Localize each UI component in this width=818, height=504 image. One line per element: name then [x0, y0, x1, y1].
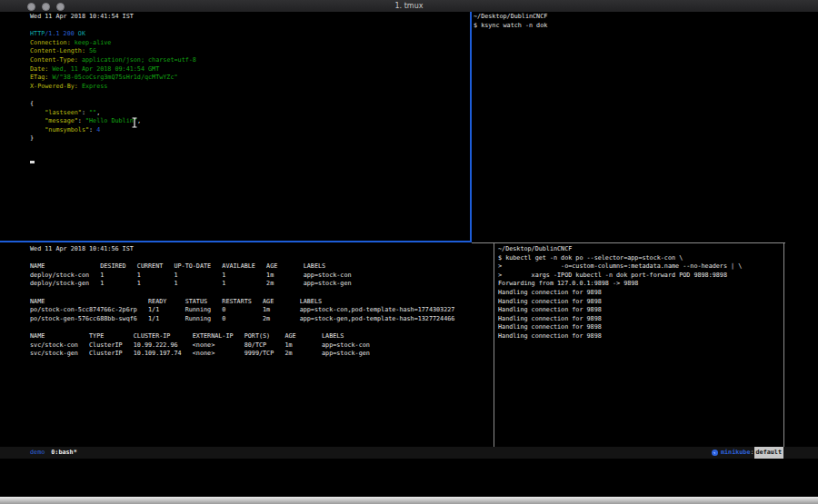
text-segment: ETag:	[30, 74, 48, 81]
text-segment: Content-Type:	[30, 56, 78, 64]
text-segment: Date:	[30, 65, 48, 73]
pane-port-forward[interactable]: ~/Desktop/DublinCNCF$ kubectl get -n dok…	[498, 245, 780, 445]
kube-context: minikube	[721, 447, 751, 459]
text-segment: }	[30, 134, 34, 142]
terminal-line: {	[30, 100, 466, 109]
text-segment: deploy/stock-gen 1 1 1 1 2m app=stock-ge…	[30, 280, 352, 287]
terminal-line	[30, 153, 466, 162]
text-segment: keep-alive	[71, 39, 112, 46]
terminal-line	[30, 143, 466, 153]
text-segment: ~/Desktop/DublinCNCF	[498, 245, 572, 252]
text-segment: Wed 11 Apr 2018 10:41:56 IST	[30, 245, 134, 252]
terminal-line: Wed 11 Apr 2018 10:41:54 IST	[30, 13, 466, 22]
text-segment: :	[78, 117, 85, 124]
text-segment: {	[30, 100, 34, 107]
block-cursor	[30, 161, 35, 163]
text-segment: OK	[75, 30, 85, 37]
text-segment: application/json; charset=utf-8	[78, 56, 196, 64]
pane-http-response[interactable]: Wed 11 Apr 2018 10:41:54 ISTHTTP/1.1 200…	[30, 13, 466, 240]
text-segment: ""	[89, 109, 96, 116]
terminal-line: "message": "Hello Dublin",	[30, 117, 466, 126]
text-segment: NAME TYPE CLUSTER-IP EXTERNAL-IP PORT(S)…	[30, 332, 344, 340]
pane-ksync-watch[interactable]: ~/Desktop/DublinCNCF$ ksync watch -n dok	[474, 13, 814, 240]
terminal-line: NAME READY STATUS RESTARTS AGE LABELS	[30, 298, 489, 307]
session-name: demo	[30, 447, 45, 459]
kube-namespace-badge: default	[754, 447, 783, 459]
terminal-line	[30, 91, 466, 100]
text-segment: svc/stock-con ClusterIP 10.99.222.96 <no…	[30, 341, 370, 349]
status-left: demo 0:bash*	[30, 447, 77, 459]
tmux-status-bar: demo 0:bash* minikube : default	[0, 447, 818, 459]
text-segment: W/"38-05coCsrg3mQ75sHr1d/qcMTwYZc"	[48, 74, 177, 81]
status-right: minikube : default	[712, 447, 783, 459]
terminal-line: > -o=custom-columns=:metadata.name --no-…	[498, 262, 780, 272]
terminal-line: Handling connection for 9898	[498, 306, 780, 315]
text-segment: 56	[85, 47, 96, 54]
pane-border-vertical-right	[783, 243, 784, 447]
terminal-line: "numsymbols": 4	[30, 126, 466, 135]
active-pane-border-vertical	[470, 12, 472, 242]
terminal-line: po/stock-gen-576cc688bb-swqf6 1/1 Runnin…	[30, 315, 489, 324]
terminal-line: Forwarding from 127.0.0.1:9898 -> 9898	[498, 280, 780, 289]
window-titlebar: 1. tmux	[0, 0, 818, 13]
text-segment: Connection:	[30, 39, 71, 46]
text-segment: > xargs -IPOD kubectl -n dok port-forwar…	[498, 272, 727, 279]
terminal-line: ETag: W/"38-05coCsrg3mQ75sHr1d/qcMTwYZc"	[30, 74, 466, 83]
terminal-line	[30, 254, 489, 263]
text-segment: Content-Length:	[30, 47, 85, 54]
pane-kubectl-tables[interactable]: Wed 11 Apr 2018 10:41:56 ISTNAME DESIRED…	[30, 245, 489, 445]
text-segment: deploy/stock-con 1 1 1 1 1m app=stock-co…	[30, 272, 352, 279]
text-segment: $ ksync watch -n dok	[474, 22, 547, 29]
kubernetes-icon	[712, 450, 718, 456]
text-segment: po/stock-con-5cc874766c-2p6rp 1/1 Runnin…	[30, 306, 454, 313]
text-segment: Handling connection for 9898	[498, 315, 602, 322]
terminal-line: Handling connection for 9898	[498, 332, 780, 341]
terminal-line: svc/stock-gen ClusterIP 10.109.197.74 <n…	[30, 350, 489, 359]
text-segment: Express	[78, 83, 108, 90]
terminal-line: Handling connection for 9898	[498, 298, 780, 307]
text-segment: NAME DESIRED CURRENT UP-TO-DATE AVAILABL…	[30, 262, 325, 270]
terminal-line	[30, 22, 466, 31]
terminal-line: X-Powered-By: Express	[30, 83, 466, 92]
terminal-line: NAME DESIRED CURRENT UP-TO-DATE AVAILABL…	[30, 262, 489, 272]
window-tab-bash[interactable]: 0:bash*	[51, 447, 76, 459]
text-segment: "Hello Dublin"	[85, 117, 137, 124]
terminal-line: svc/stock-con ClusterIP 10.99.222.96 <no…	[30, 341, 489, 351]
text-segment: 4	[96, 126, 100, 133]
pane-border-horizontal	[472, 242, 785, 243]
text-segment: Handling connection for 9898	[498, 323, 602, 331]
terminal-line: ~/Desktop/DublinCNCF	[498, 245, 780, 254]
text-segment: "message"	[30, 117, 78, 124]
pane-border-vertical-middle	[494, 243, 494, 447]
desktop-strip	[0, 497, 818, 504]
terminal-line: Handling connection for 9898	[498, 323, 780, 332]
active-pane-border-horizontal	[0, 241, 472, 242]
text-segment: /1.1 200	[45, 30, 75, 37]
terminal-window: 1. tmux Wed 11 Apr 2018 10:41:54 ISTHTTP…	[0, 0, 818, 504]
text-segment: Handling connection for 9898	[498, 306, 602, 313]
terminal-line: Handling connection for 9898	[498, 315, 780, 324]
terminal-line	[30, 289, 489, 298]
text-segment: Handling connection for 9898	[498, 289, 602, 296]
terminal-line	[30, 161, 466, 170]
terminal-line: NAME TYPE CLUSTER-IP EXTERNAL-IP PORT(S)…	[30, 332, 489, 341]
text-segment: Wed 11 Apr 2018 10:41:54 IST	[30, 13, 134, 20]
terminal-line: Wed 11 Apr 2018 10:41:56 IST	[30, 245, 489, 254]
terminal-line: Content-Type: application/json; charset=…	[30, 56, 466, 65]
terminal-line: "lastseen": "",	[30, 109, 466, 118]
terminal-line: ~/Desktop/DublinCNCF	[474, 13, 814, 22]
terminal-line: po/stock-con-5cc874766c-2p6rp 1/1 Runnin…	[30, 306, 489, 315]
terminal-line	[30, 323, 489, 332]
terminal-line: deploy/stock-gen 1 1 1 1 2m app=stock-ge…	[30, 280, 489, 289]
terminal-line: Date: Wed, 11 Apr 2018 09:41:54 GMT	[30, 65, 466, 74]
terminal-line: Connection: keep-alive	[30, 39, 466, 48]
text-segment: $ kubectl get -n dok po --selector=app=s…	[498, 254, 683, 262]
text-segment: ,	[96, 109, 100, 116]
terminal-line: }	[30, 134, 466, 143]
text-segment: HTTP	[30, 30, 45, 37]
text-segment: NAME READY STATUS RESTARTS AGE LABELS	[30, 298, 322, 305]
text-segment: ~/Desktop/DublinCNCF	[474, 13, 547, 20]
terminal-line: Handling connection for 9898	[498, 289, 780, 298]
text-segment: Forwarding from 127.0.0.1:9898 -> 9898	[498, 280, 638, 287]
text-segment: X-Powered-By:	[30, 83, 78, 90]
